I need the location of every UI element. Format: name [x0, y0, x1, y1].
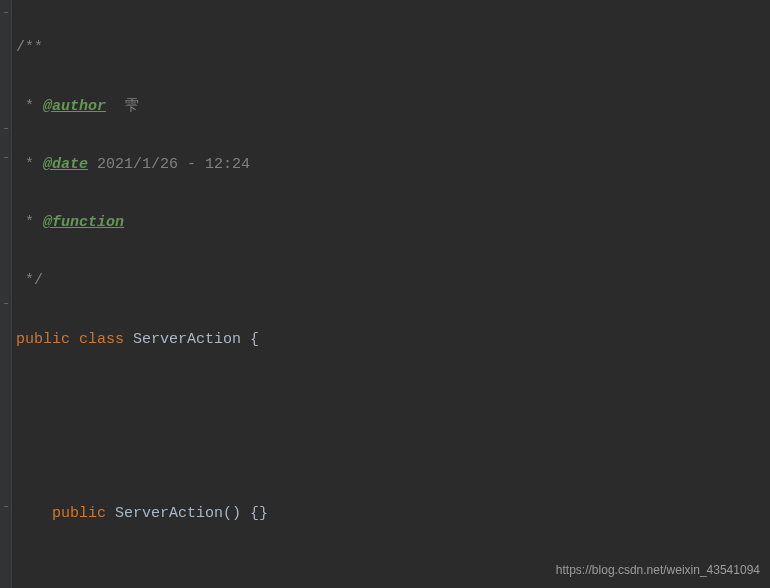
comment-open: /**: [16, 39, 43, 56]
code-line: * @author 雫: [16, 92, 770, 121]
code-editor[interactable]: /** * @author 雫 * @date 2021/1/26 - 12:2…: [12, 0, 770, 588]
code-line: [16, 383, 770, 412]
fold-mark-icon[interactable]: –: [1, 8, 11, 18]
javadoc-tag: @function: [43, 214, 124, 231]
fold-mark-icon[interactable]: –: [1, 153, 11, 163]
constructor: ServerAction: [115, 505, 223, 522]
editor-gutter: – – – – –: [0, 0, 12, 588]
code-line: */: [16, 266, 770, 295]
code-line: * @date 2021/1/26 - 12:24: [16, 150, 770, 179]
fold-mark-icon[interactable]: –: [1, 299, 11, 309]
fold-mark-icon[interactable]: –: [1, 124, 11, 134]
fold-mark-icon[interactable]: –: [1, 502, 11, 512]
code-line: /**: [16, 33, 770, 62]
javadoc-tag: @date: [43, 156, 88, 173]
watermark-text: https://blog.csdn.net/weixin_43541094: [556, 559, 760, 582]
keyword: class: [79, 331, 133, 348]
javadoc-tag: @author: [43, 98, 106, 115]
code-line: * @function: [16, 208, 770, 237]
code-line: public class ServerAction {: [16, 325, 770, 354]
keyword: public: [52, 505, 115, 522]
class-name: ServerAction: [133, 331, 250, 348]
code-line: public ServerAction() {}: [16, 499, 770, 528]
keyword: public: [16, 331, 79, 348]
code-line: [16, 441, 770, 470]
